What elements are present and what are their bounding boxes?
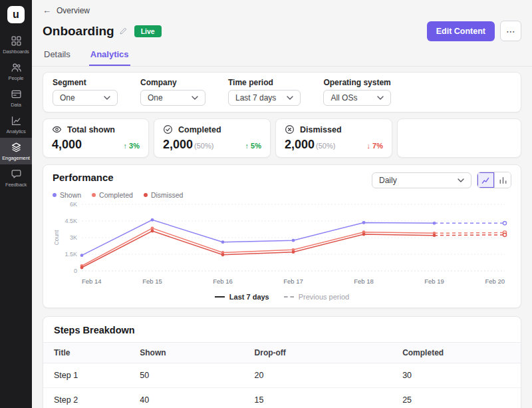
column-title: Title: [43, 343, 129, 363]
svg-text:Feb 20: Feb 20: [485, 278, 505, 285]
dashed-line-icon: [284, 296, 294, 298]
main-content: ← Overview Onboarding Live Edit Content …: [32, 0, 532, 408]
chart-type-toggle: [477, 172, 511, 188]
sidebar-item-label: People: [9, 75, 24, 81]
period-legend: Last 7 days Previous period: [53, 291, 511, 305]
delta-arrow-icon: ↑: [245, 142, 249, 150]
select-value: All OSs: [331, 93, 357, 102]
tab-details[interactable]: Details: [43, 45, 72, 66]
filter-company: Company One: [140, 78, 205, 106]
sidebar-item-analytics[interactable]: Analytics: [0, 111, 32, 138]
stat-label: Completed: [178, 125, 221, 134]
select-value: Last 7 days: [235, 93, 276, 102]
stat-value: 2,000: [163, 138, 193, 151]
breadcrumb-back[interactable]: ← Overview: [43, 5, 90, 15]
people-icon: [11, 62, 22, 73]
sidebar-item-label: Analytics: [6, 128, 25, 134]
chevron-down-icon: [104, 96, 110, 100]
column-completed: Completed: [392, 343, 521, 363]
stat-card-dismissed: Dismissed 2,000(50%) ↓7%: [275, 118, 392, 158]
cell-step-title: Step 2: [43, 388, 129, 408]
check-circle-icon: [163, 124, 173, 134]
sidebar-item-label: Engagement: [2, 155, 30, 161]
sidebar-item-label: Dashboards: [3, 49, 29, 55]
filter-label: Segment: [53, 78, 118, 87]
stats-row: Total shown 4,000 ↑3% Completed 2,000(50…: [43, 118, 521, 158]
edit-title-icon[interactable]: [119, 27, 128, 35]
title-row: Onboarding Live Edit Content ⋯: [43, 21, 521, 41]
segment-select[interactable]: One: [53, 90, 118, 106]
stat-label: Dismissed: [300, 125, 342, 134]
svg-text:Feb 19: Feb 19: [424, 278, 444, 285]
svg-text:Feb 16: Feb 16: [213, 278, 233, 285]
stat-value: 2,000: [285, 138, 315, 151]
line-chart-toggle-button[interactable]: [477, 172, 494, 188]
legend-item-completed: Completed: [92, 191, 133, 199]
sidebar-item-people[interactable]: People: [0, 58, 32, 85]
svg-text:6K: 6K: [70, 201, 77, 208]
more-options-button[interactable]: ⋯: [500, 21, 521, 41]
select-value: One: [60, 93, 75, 102]
chevron-down-icon: [458, 178, 464, 182]
bar-chart-icon: [499, 176, 507, 184]
company-select[interactable]: One: [140, 90, 205, 106]
stat-delta: ↑3%: [124, 142, 140, 150]
eye-icon: [52, 124, 62, 134]
time-period-select[interactable]: Last 7 days: [228, 90, 301, 106]
sidebar-item-data[interactable]: Data: [0, 85, 32, 111]
svg-text:3K: 3K: [70, 234, 77, 241]
tab-analytics[interactable]: Analytics: [89, 45, 130, 66]
svg-text:1.5K: 1.5K: [65, 251, 77, 258]
line-chart-icon: [481, 176, 490, 184]
select-value: One: [148, 93, 163, 102]
filter-time-period: Time period Last 7 days: [228, 78, 301, 106]
edit-content-button[interactable]: Edit Content: [427, 21, 495, 41]
sidebar-item-feedback[interactable]: Feedback: [0, 164, 32, 191]
engagement-icon: [11, 142, 22, 153]
steps-table: Title Shown Drop-off Completed Step 1 50…: [43, 342, 521, 408]
filter-segment: Segment One: [53, 78, 118, 106]
stat-value: 4,000: [52, 138, 82, 151]
stat-delta: ↑5%: [245, 142, 261, 150]
sidebar-item-dashboards[interactable]: Dashboards: [0, 31, 32, 58]
chevron-down-icon: [377, 96, 384, 100]
stat-card-total-shown: Total shown 4,000 ↑3%: [43, 118, 149, 158]
cell-dropoff: 15: [244, 388, 392, 408]
cell-shown: 50: [129, 363, 243, 388]
filter-label: Operating system: [323, 78, 390, 87]
chevron-down-icon: [287, 96, 293, 100]
analytics-icon: [11, 115, 22, 126]
steps-breakdown-title: Steps Breakdown: [43, 317, 521, 342]
cell-dropoff: 20: [244, 363, 392, 388]
performance-card: Performance Daily: [43, 164, 521, 308]
cell-shown: 40: [129, 388, 243, 408]
legend-current-period: Last 7 days: [215, 293, 269, 301]
operating-system-select[interactable]: All OSs: [323, 90, 390, 106]
table-row: Step 1 50 20 30: [43, 363, 521, 388]
interval-select[interactable]: Daily: [372, 172, 471, 188]
chevron-down-icon: [192, 96, 198, 100]
cell-completed: 25: [392, 388, 521, 408]
app-window: u Dashboards People Data An: [0, 0, 532, 408]
back-arrow-icon: ←: [43, 5, 51, 15]
svg-text:Feb 18: Feb 18: [354, 278, 374, 285]
sidebar-item-label: Feedback: [5, 182, 27, 188]
x-circle-icon: [285, 124, 295, 134]
completed-legend-dot: [92, 193, 96, 197]
legend-item-dismissed: Dismissed: [144, 191, 183, 199]
column-dropoff: Drop-off: [244, 343, 392, 363]
stat-subvalue: (50%): [316, 142, 335, 150]
sidebar-item-label: Data: [11, 102, 21, 108]
sidebar-item-engagement[interactable]: Engagement: [0, 138, 32, 164]
app-logo[interactable]: u: [7, 6, 25, 23]
page-title: Onboarding: [43, 24, 114, 39]
breadcrumb-label: Overview: [57, 6, 90, 15]
dashboards-icon: [11, 35, 22, 47]
select-value: Daily: [379, 176, 397, 185]
dismissed-legend-dot: [144, 193, 148, 197]
legend-previous-period: Previous period: [284, 293, 349, 301]
legend-item-shown: Shown: [53, 191, 81, 199]
bar-chart-toggle-button[interactable]: [494, 172, 511, 188]
filter-operating-system: Operating system All OSs: [323, 78, 390, 106]
svg-text:Feb 14: Feb 14: [82, 278, 102, 285]
